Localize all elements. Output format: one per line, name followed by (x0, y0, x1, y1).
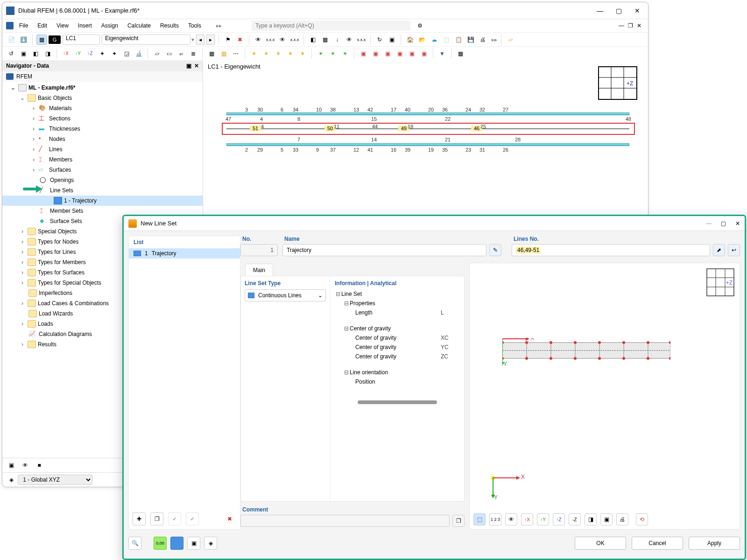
preview-y-icon[interactable]: ↑Y (537, 513, 549, 525)
comment-list-icon[interactable]: ❐ (452, 515, 465, 527)
tool-3d-icon[interactable]: ✦ (97, 49, 107, 59)
tool-layers-icon[interactable]: ≣ (188, 49, 198, 59)
tree-basic-objects[interactable]: ⌄ Basic Objects (2, 93, 203, 103)
tool-flag-icon[interactable]: ⚑ (223, 35, 233, 45)
preview-persp-icon[interactable]: ◨ (585, 513, 597, 525)
search-input[interactable] (252, 21, 410, 31)
nav-video-icon[interactable]: ■ (34, 460, 44, 470)
preview-print-icon[interactable]: 🖨 (616, 513, 628, 525)
coord-icon[interactable]: ◈ (6, 475, 16, 485)
menu-assign[interactable]: Assign (98, 21, 122, 30)
list-item[interactable]: 1 Trajectory (129, 248, 240, 259)
dialog-minimize-icon[interactable]: — (706, 220, 712, 227)
list-check-icon[interactable]: ✓ (168, 512, 181, 525)
tool-refresh-icon[interactable]: ↻ (374, 35, 385, 45)
lines-field[interactable]: 46,49-51 (512, 244, 710, 256)
tool-eye-3-icon[interactable]: 👁 (344, 35, 354, 45)
tool-g2-icon[interactable]: ✶ (328, 49, 338, 59)
tree-materials[interactable]: ›🎨Materials (2, 103, 203, 113)
tool-xxx-icon[interactable]: x.x.x (265, 35, 275, 45)
tool-share-icon[interactable]: ⬚ (441, 35, 451, 45)
model-diagram[interactable]: 47 48 3 30 6 34 10 38 13 42 17 40 20 36 … (226, 112, 629, 154)
tool-proj-icon[interactable]: ◲ (121, 49, 132, 59)
preview-select-icon[interactable]: ⬚ (473, 513, 486, 525)
preview-123-icon[interactable]: 1 2 3 (489, 513, 501, 525)
menu-insert[interactable]: Insert (74, 21, 96, 30)
toolbar-1-overflow-icon[interactable]: ▸▸ (492, 36, 497, 43)
info-cog[interactable]: ⊟Center of gravity (335, 324, 459, 333)
tree-surfaces[interactable]: ›▱Surfaces (2, 165, 203, 175)
tool-xxx2-icon[interactable]: x.x.x (289, 35, 300, 45)
tool-box3-icon[interactable]: ◨ (42, 49, 53, 59)
load-id-field[interactable]: LC1 (63, 35, 100, 45)
prev-load-button[interactable]: ◂ (196, 35, 204, 45)
tool-rotate-icon[interactable]: ↺ (6, 49, 16, 59)
scrollbar[interactable] (358, 400, 437, 404)
list-delete-icon[interactable]: ✖ (223, 512, 236, 525)
tool-g3-icon[interactable]: ✶ (340, 49, 350, 59)
lines-reverse-icon[interactable]: ↩ (728, 244, 740, 256)
tree-nodes[interactable]: ›•Nodes (2, 134, 203, 144)
tool-mic-icon[interactable]: 🔬 (134, 49, 144, 59)
tool-table-icon[interactable]: ▦ (455, 49, 465, 59)
dialog-titlebar[interactable]: New Line Set — ▢ ✕ (124, 216, 745, 231)
tool-mesh-icon[interactable]: ▦ (206, 49, 217, 59)
next-load-button[interactable]: ▸ (206, 35, 215, 45)
footer-3d-icon[interactable]: ◈ (204, 537, 217, 550)
menu-results[interactable]: Results (156, 21, 183, 30)
menu-view[interactable]: View (53, 21, 72, 30)
tool-flag-x-icon[interactable]: ✖ (235, 35, 245, 45)
tool-home-icon[interactable]: 🏠 (405, 35, 415, 45)
list-uncheck-icon[interactable]: ✓ (186, 512, 199, 525)
tool-s4-icon[interactable]: ✶ (285, 49, 296, 59)
tool-r5-icon[interactable]: ▣ (407, 49, 417, 59)
type-select[interactable]: Continuous Lines ⌄ (245, 289, 326, 301)
tree-thicknesses[interactable]: ›▬Thicknesses (2, 124, 203, 134)
footer-units-icon[interactable]: 0,00 (154, 537, 167, 550)
tool-save-icon[interactable]: 💾 (465, 35, 476, 45)
info-lineset[interactable]: ⊟Line Set (335, 289, 459, 299)
load-name-field[interactable]: Eigengewicht (102, 35, 190, 45)
view-cube-icon[interactable]: +Z (597, 65, 639, 101)
tool-s2-icon[interactable]: ✶ (261, 49, 271, 59)
tool-cube-icon[interactable]: ◧ (308, 35, 318, 45)
tool-arrow-down-icon[interactable]: ↓ (332, 35, 342, 45)
mdi-minimize-icon[interactable]: — (619, 22, 624, 29)
tool-box2-icon[interactable]: ◧ (30, 49, 41, 59)
tool-s1-icon[interactable]: ✶ (249, 49, 259, 59)
preview-box-icon[interactable]: ▣ (600, 513, 613, 525)
tool-open-icon[interactable]: 📂 (417, 35, 427, 45)
list-dup-icon[interactable]: ❐ (150, 512, 163, 525)
tool-r1-icon[interactable]: ▣ (358, 49, 368, 59)
tree-model[interactable]: ⌄ ML - Example.rf6* (2, 83, 203, 93)
minimize-button[interactable]: — (596, 7, 604, 15)
tool-box-icon[interactable]: ▣ (18, 49, 28, 59)
tool-eye-2-icon[interactable]: 👁 (277, 35, 288, 45)
name-field[interactable]: Trajectory (282, 244, 486, 256)
tree-sections[interactable]: ›工Sections (2, 113, 203, 124)
ok-button[interactable]: OK (575, 537, 626, 550)
tool-g1-icon[interactable]: ✶ (316, 49, 326, 59)
preview-negz-icon[interactable]: -Z (569, 513, 581, 525)
menu-calculate[interactable]: Calculate (124, 21, 155, 30)
tool-cols-icon[interactable]: ▥ (218, 49, 229, 59)
navigator-pin-icon[interactable]: ▣ (186, 63, 191, 69)
tool-print-icon[interactable]: 🖨 (478, 35, 488, 45)
menu-file[interactable]: File (15, 21, 32, 30)
tool-zaxis-icon[interactable]: ↑Z (85, 49, 95, 59)
tree-lines[interactable]: ›╱Lines (2, 144, 203, 154)
tool-select-icon[interactable]: ▱ (505, 35, 515, 45)
tool-s3-icon[interactable]: ✶ (273, 49, 283, 59)
preview-panel[interactable]: +Z X Y X Y ⬚ 1 2 3 👁 (469, 263, 740, 530)
preview-z-icon[interactable]: ↑Z (553, 513, 565, 525)
tool-3d-2-icon[interactable]: ✦ (109, 49, 120, 59)
tool-r2-icon[interactable]: ▣ (370, 49, 381, 59)
tool-r3-icon[interactable]: ▣ (382, 49, 393, 59)
list-new-icon[interactable]: ✚ (133, 512, 146, 525)
tool-new-load-icon[interactable]: ⬇️ (18, 35, 28, 45)
tool-copy-icon[interactable]: 📋 (453, 35, 464, 45)
navigator-close-icon[interactable]: ✕ (194, 63, 199, 69)
dialog-close-icon[interactable]: ✕ (735, 220, 740, 227)
preview-reset-icon[interactable]: ⟲ (636, 513, 648, 525)
tool-new-icon[interactable]: 📄 (6, 35, 16, 45)
